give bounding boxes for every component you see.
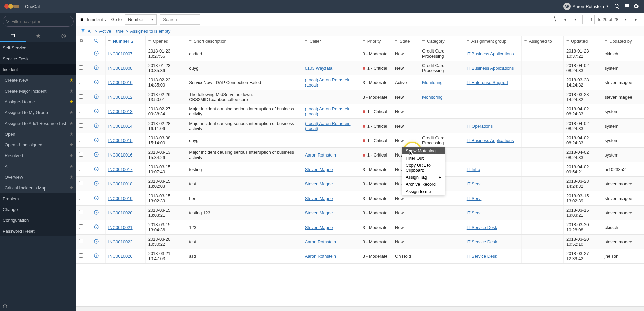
caller-link[interactable]: Aaron Rothstein [305,254,336,259]
pager-prev[interactable] [572,17,579,22]
column-header[interactable]: ≡Updated by [602,36,644,46]
table-row[interactable]: INC00100152018-03-08 15:14:00ouyg1 - Cri… [76,133,644,148]
assignment-group-link[interactable]: IT Business Applications [467,138,514,143]
assignment-group-link[interactable]: IT Servi [467,181,482,186]
caller-link[interactable]: Aaron Rothstein [305,152,336,158]
sidebar-item[interactable]: Open★ [0,129,76,139]
caller-link[interactable]: 0103 Wayzata [305,66,333,71]
nav-tab-favorites[interactable] [26,30,51,42]
info-icon[interactable] [94,240,99,245]
sidebar-item[interactable]: Assigned to Add'l Resource List★ [0,118,76,129]
caller-link[interactable]: (Local) Aaron Rothstein (Local) [305,121,351,131]
column-header[interactable]: ≡Priority [360,36,392,46]
assignment-group-link[interactable]: IT Service Desk [467,225,497,230]
row-checkbox[interactable] [79,80,83,84]
star-icon[interactable]: ★ [69,88,74,94]
page-input[interactable] [582,15,595,24]
caller-link[interactable]: Steven Magee [305,196,333,201]
star-icon[interactable]: ★ [69,99,74,104]
row-checkbox[interactable] [79,109,83,113]
breadcrumb-filter-2[interactable]: Assigned to is empty [130,29,170,34]
info-icon[interactable] [94,153,99,158]
context-menu-item[interactable]: Filter Out [402,154,445,162]
nav-section[interactable]: Service Desk [0,53,76,64]
star-icon[interactable]: ★ [69,142,74,147]
nav-section[interactable]: Self-Service [0,42,76,53]
info-icon[interactable] [94,66,99,71]
number-link[interactable]: INC0010012 [108,95,133,100]
list-search-input[interactable] [160,14,200,25]
context-menu-item[interactable]: Copy URL to Clipboard [402,162,445,174]
number-link[interactable]: INC0010022 [108,239,133,244]
info-icon[interactable] [94,81,99,86]
info-icon[interactable] [94,226,99,231]
sidebar-item[interactable]: Create Major Incident★ [0,85,76,96]
sidebar-item[interactable]: Overview★ [0,172,76,182]
star-icon[interactable]: ★ [69,77,74,83]
nav-tab-all[interactable] [0,30,26,42]
table-row[interactable]: INC00100142018-02-28 16:11:06Major incid… [76,119,644,133]
column-header[interactable]: ≡Updated [564,36,602,46]
activity-icon[interactable] [552,16,558,23]
info-icon[interactable] [94,52,99,57]
row-checkbox[interactable] [79,65,83,70]
column-header[interactable]: ≡Assignment group [464,36,521,46]
table-row[interactable]: INC00100162018-03-13 15:34:26Major incid… [76,148,644,162]
info-icon[interactable] [94,211,99,216]
number-link[interactable]: INC0010014 [108,124,133,129]
search-icon[interactable] [94,39,98,44]
sidebar-item[interactable]: Open - Unassigned★ [0,139,76,150]
nav-section[interactable]: Incident [0,64,76,75]
nav-section[interactable]: Password Reset [0,226,76,236]
category-link[interactable]: Monitoring [422,95,443,100]
star-icon[interactable]: ★ [69,110,74,115]
column-header[interactable]: ≡Opened [145,36,186,46]
filter-navigator[interactable]: ▽ [3,16,74,27]
pager-next[interactable] [622,17,629,22]
table-row[interactable]: INC00100192018-03-15 13:02:39herSteven M… [76,191,644,206]
gear-icon[interactable] [631,2,641,11]
table-row[interactable]: INC00100172018-03-15 10:07:40testingStev… [76,162,644,177]
nav-section[interactable]: Change [0,204,76,215]
sidebar-item[interactable]: All★ [0,161,76,172]
number-link[interactable]: INC0010026 [108,254,133,259]
star-icon[interactable]: ★ [69,131,74,137]
info-icon[interactable] [94,254,99,260]
assignment-group-link[interactable]: IT Business Applications [467,51,514,56]
table-row[interactable]: INC00100122018-02-26 13:50:01The followi… [76,90,644,104]
pager-first[interactable] [561,17,568,22]
row-checkbox[interactable] [79,152,83,157]
sidebar-item[interactable]: Assigned to me★ [0,96,76,107]
row-checkbox[interactable] [79,196,83,200]
number-link[interactable]: INC0010016 [108,152,133,158]
star-icon[interactable]: ★ [69,153,74,158]
row-checkbox[interactable] [79,253,83,258]
assignment-group-link[interactable]: IT Operations [467,124,493,129]
search-icon[interactable] [612,2,622,11]
caller-link[interactable]: Aaron Rothstein [305,239,336,244]
star-icon[interactable]: ★ [69,120,74,126]
nav-tab-history[interactable] [51,30,76,42]
assignment-group-link[interactable]: IT Servi [467,196,482,201]
breadcrumb-all[interactable]: All [88,29,92,34]
row-checkbox[interactable] [79,94,83,99]
table-row[interactable]: INC00100102018-02-22 14:35:00ServiceNow … [76,75,644,90]
caller-link[interactable]: Steven Magee [305,225,333,230]
category-link[interactable]: Monitoring [422,80,443,85]
breadcrumb-filter-1[interactable]: Active = true [99,29,124,34]
assignment-group-link[interactable]: IT Servi [467,210,482,215]
table-row[interactable]: INC00100182018-03-15 13:02:03testSteven … [76,177,644,191]
row-checkbox[interactable] [79,239,83,243]
row-checkbox[interactable] [79,51,83,55]
caller-link[interactable]: (Local) Aaron Rothstein (Local) [305,77,351,88]
sidebar-item[interactable]: Resolved★ [0,150,76,161]
table-row[interactable]: INC00100072018-01-23 10:27:56asdfad3 - M… [76,46,644,61]
table-row[interactable]: INC00100132018-02-27 09:38:34Major incid… [76,104,644,119]
row-checkbox[interactable] [79,167,83,171]
caller-link[interactable]: Steven Magee [305,210,333,215]
number-link[interactable]: INC0010007 [108,51,133,56]
user-menu[interactable]: AR Aaron Rothstein ▼ [563,3,612,10]
star-icon[interactable]: ★ [69,174,74,180]
pager-last[interactable] [633,17,640,22]
row-checkbox[interactable] [79,138,83,142]
